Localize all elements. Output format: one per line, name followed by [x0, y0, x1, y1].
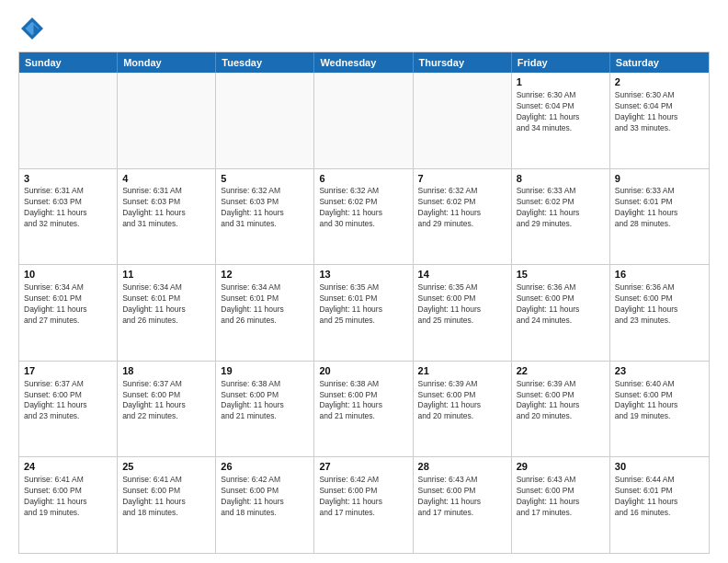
day-cell-16: 16Sunrise: 6:36 AM Sunset: 6:00 PM Dayli…: [610, 265, 709, 361]
calendar-row-5: 24Sunrise: 6:41 AM Sunset: 6:00 PM Dayli…: [19, 457, 709, 553]
day-number: 13: [319, 268, 407, 282]
day-number: 16: [615, 268, 704, 282]
day-number: 17: [24, 364, 112, 378]
day-info: Sunrise: 6:30 AM Sunset: 6:04 PM Dayligh…: [615, 90, 704, 134]
day-number: 19: [221, 364, 309, 378]
empty-cell: [314, 73, 413, 168]
day-cell-26: 26Sunrise: 6:42 AM Sunset: 6:00 PM Dayli…: [216, 457, 314, 553]
page: Sunday Monday Tuesday Wednesday Thursday…: [0, 0, 728, 563]
day-info: Sunrise: 6:30 AM Sunset: 6:04 PM Dayligh…: [517, 90, 605, 134]
calendar-body: 1Sunrise: 6:30 AM Sunset: 6:04 PM Daylig…: [19, 73, 709, 553]
day-number: 10: [24, 268, 112, 282]
day-info: Sunrise: 6:40 AM Sunset: 6:00 PM Dayligh…: [615, 379, 704, 423]
day-cell-15: 15Sunrise: 6:36 AM Sunset: 6:00 PM Dayli…: [512, 265, 610, 361]
day-number: 29: [517, 460, 605, 474]
day-info: Sunrise: 6:35 AM Sunset: 6:01 PM Dayligh…: [319, 282, 407, 327]
day-cell-18: 18Sunrise: 6:37 AM Sunset: 6:00 PM Dayli…: [118, 362, 216, 457]
logo: [18, 15, 50, 42]
weekday-thursday: Thursday: [414, 52, 512, 73]
day-cell-3: 3Sunrise: 6:31 AM Sunset: 6:03 PM Daylig…: [19, 169, 118, 265]
day-info: Sunrise: 6:34 AM Sunset: 6:01 PM Dayligh…: [24, 282, 112, 327]
day-number: 26: [221, 460, 309, 474]
day-number: 4: [122, 172, 210, 186]
day-number: 25: [122, 460, 210, 474]
day-number: 21: [418, 364, 506, 378]
calendar-row-1: 1Sunrise: 6:30 AM Sunset: 6:04 PM Daylig…: [19, 73, 709, 169]
day-cell-29: 29Sunrise: 6:43 AM Sunset: 6:00 PM Dayli…: [512, 457, 610, 553]
weekday-friday: Friday: [512, 52, 610, 73]
day-info: Sunrise: 6:44 AM Sunset: 6:01 PM Dayligh…: [615, 475, 704, 519]
day-cell-7: 7Sunrise: 6:32 AM Sunset: 6:02 PM Daylig…: [414, 169, 512, 265]
day-number: 11: [122, 268, 210, 282]
day-cell-28: 28Sunrise: 6:43 AM Sunset: 6:00 PM Dayli…: [414, 457, 512, 553]
day-number: 28: [418, 460, 506, 474]
day-cell-13: 13Sunrise: 6:35 AM Sunset: 6:01 PM Dayli…: [314, 265, 413, 361]
day-number: 3: [24, 172, 112, 186]
day-info: Sunrise: 6:33 AM Sunset: 6:02 PM Dayligh…: [517, 186, 605, 230]
day-cell-19: 19Sunrise: 6:38 AM Sunset: 6:00 PM Dayli…: [216, 362, 314, 457]
day-number: 6: [319, 172, 407, 186]
weekday-saturday: Saturday: [610, 52, 709, 73]
day-cell-22: 22Sunrise: 6:39 AM Sunset: 6:00 PM Dayli…: [512, 362, 610, 457]
day-info: Sunrise: 6:31 AM Sunset: 6:03 PM Dayligh…: [122, 186, 210, 230]
empty-cell: [216, 73, 314, 168]
day-cell-1: 1Sunrise: 6:30 AM Sunset: 6:04 PM Daylig…: [512, 73, 610, 168]
day-info: Sunrise: 6:37 AM Sunset: 6:00 PM Dayligh…: [24, 379, 112, 423]
day-info: Sunrise: 6:33 AM Sunset: 6:01 PM Dayligh…: [615, 186, 704, 230]
day-cell-30: 30Sunrise: 6:44 AM Sunset: 6:01 PM Dayli…: [610, 457, 709, 553]
weekday-wednesday: Wednesday: [314, 52, 413, 73]
day-info: Sunrise: 6:36 AM Sunset: 6:00 PM Dayligh…: [615, 282, 704, 327]
day-number: 5: [221, 172, 309, 186]
day-number: 23: [615, 364, 704, 378]
day-cell-17: 17Sunrise: 6:37 AM Sunset: 6:00 PM Dayli…: [19, 362, 118, 457]
day-info: Sunrise: 6:31 AM Sunset: 6:03 PM Dayligh…: [24, 186, 112, 230]
day-cell-6: 6Sunrise: 6:32 AM Sunset: 6:02 PM Daylig…: [314, 169, 413, 265]
day-info: Sunrise: 6:35 AM Sunset: 6:00 PM Dayligh…: [418, 282, 506, 327]
day-cell-12: 12Sunrise: 6:34 AM Sunset: 6:01 PM Dayli…: [216, 265, 314, 361]
day-info: Sunrise: 6:39 AM Sunset: 6:00 PM Dayligh…: [418, 379, 506, 423]
day-cell-14: 14Sunrise: 6:35 AM Sunset: 6:00 PM Dayli…: [414, 265, 512, 361]
empty-cell: [19, 73, 118, 168]
day-cell-4: 4Sunrise: 6:31 AM Sunset: 6:03 PM Daylig…: [118, 169, 216, 265]
day-number: 22: [517, 364, 605, 378]
day-info: Sunrise: 6:38 AM Sunset: 6:00 PM Dayligh…: [319, 379, 407, 423]
day-info: Sunrise: 6:34 AM Sunset: 6:01 PM Dayligh…: [122, 282, 210, 327]
day-cell-27: 27Sunrise: 6:42 AM Sunset: 6:00 PM Dayli…: [314, 457, 413, 553]
day-cell-8: 8Sunrise: 6:33 AM Sunset: 6:02 PM Daylig…: [512, 169, 610, 265]
day-number: 18: [122, 364, 210, 378]
weekday-tuesday: Tuesday: [216, 52, 314, 73]
calendar-row-2: 3Sunrise: 6:31 AM Sunset: 6:03 PM Daylig…: [19, 169, 709, 266]
day-number: 24: [24, 460, 112, 474]
day-number: 14: [418, 268, 506, 282]
day-info: Sunrise: 6:39 AM Sunset: 6:00 PM Dayligh…: [517, 379, 605, 423]
empty-cell: [414, 73, 512, 168]
weekday-monday: Monday: [118, 52, 216, 73]
empty-cell: [118, 73, 216, 168]
day-info: Sunrise: 6:43 AM Sunset: 6:00 PM Dayligh…: [418, 475, 506, 519]
day-cell-23: 23Sunrise: 6:40 AM Sunset: 6:00 PM Dayli…: [610, 362, 709, 457]
day-number: 12: [221, 268, 309, 282]
day-number: 1: [517, 75, 605, 89]
header: [18, 15, 710, 42]
day-number: 15: [517, 268, 605, 282]
day-number: 2: [615, 75, 704, 89]
calendar: Sunday Monday Tuesday Wednesday Thursday…: [18, 52, 710, 554]
day-number: 30: [615, 460, 704, 474]
day-cell-5: 5Sunrise: 6:32 AM Sunset: 6:03 PM Daylig…: [216, 169, 314, 265]
day-info: Sunrise: 6:42 AM Sunset: 6:00 PM Dayligh…: [319, 475, 407, 519]
day-cell-2: 2Sunrise: 6:30 AM Sunset: 6:04 PM Daylig…: [610, 73, 709, 168]
day-info: Sunrise: 6:32 AM Sunset: 6:02 PM Dayligh…: [418, 186, 506, 230]
day-number: 27: [319, 460, 407, 474]
day-info: Sunrise: 6:32 AM Sunset: 6:03 PM Dayligh…: [221, 186, 309, 230]
day-info: Sunrise: 6:38 AM Sunset: 6:00 PM Dayligh…: [221, 379, 309, 423]
day-cell-10: 10Sunrise: 6:34 AM Sunset: 6:01 PM Dayli…: [19, 265, 118, 361]
logo-icon: [18, 15, 46, 42]
day-info: Sunrise: 6:34 AM Sunset: 6:01 PM Dayligh…: [221, 282, 309, 327]
day-number: 20: [319, 364, 407, 378]
calendar-header: Sunday Monday Tuesday Wednesday Thursday…: [19, 52, 709, 73]
day-cell-24: 24Sunrise: 6:41 AM Sunset: 6:00 PM Dayli…: [19, 457, 118, 553]
day-number: 9: [615, 172, 704, 186]
day-info: Sunrise: 6:37 AM Sunset: 6:00 PM Dayligh…: [122, 379, 210, 423]
day-info: Sunrise: 6:41 AM Sunset: 6:00 PM Dayligh…: [122, 475, 210, 519]
day-info: Sunrise: 6:36 AM Sunset: 6:00 PM Dayligh…: [517, 282, 605, 327]
